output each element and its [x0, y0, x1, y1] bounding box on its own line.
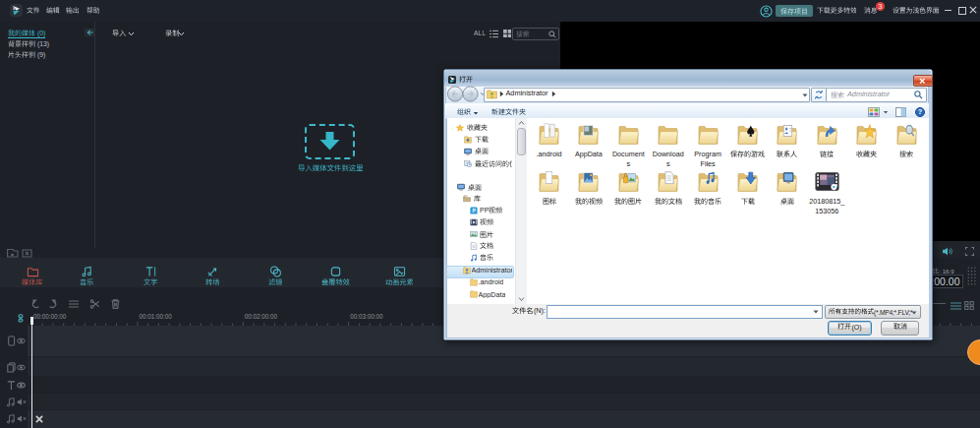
svg-text:?: ? — [918, 107, 923, 116]
